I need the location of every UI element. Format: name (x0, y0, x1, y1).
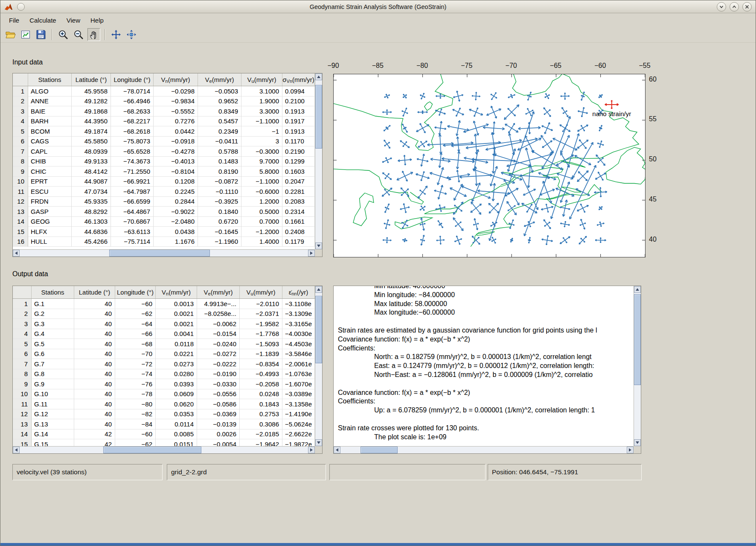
cell[interactable]: CAPL (28, 146, 72, 157)
cell[interactable]: −71.2550 (111, 166, 154, 177)
cell[interactable]: −3.5846e (282, 349, 315, 359)
cell[interactable]: G.14 (32, 429, 74, 440)
cell[interactable]: −0.4993 (240, 369, 282, 380)
cell[interactable]: 5.8000 (241, 166, 282, 177)
cell[interactable]: −1.6070e (282, 379, 315, 389)
cell[interactable]: 40 (74, 399, 115, 409)
cell[interactable]: FRDN (28, 197, 72, 207)
table-row[interactable]: 1ALGO45.9558−78.0714−0.0298−0.05033.1000… (13, 86, 315, 96)
input-table-hscrollbar[interactable] (13, 249, 315, 257)
cell[interactable]: −1.2000 (241, 227, 282, 237)
cell[interactable]: −2.0480 (154, 217, 198, 227)
cell[interactable]: −2.0371 (240, 309, 282, 319)
cell[interactable]: −75.8073 (111, 137, 154, 147)
cell[interactable]: 0.0021 (156, 319, 197, 329)
cell[interactable]: −0.0872 (198, 177, 241, 187)
cell[interactable]: 1.2000 (241, 197, 282, 207)
cell[interactable]: 40 (74, 409, 115, 420)
cell[interactable]: 45.4266 (72, 237, 111, 247)
cell[interactable]: 3.1000 (241, 86, 282, 96)
cell[interactable]: −64.4867 (111, 207, 154, 217)
cell[interactable]: 42 (74, 439, 115, 446)
cell[interactable]: −1.7768 (240, 329, 282, 339)
cell[interactable]: −66.9921 (111, 177, 154, 187)
cell[interactable]: 0.1170 (282, 137, 315, 147)
table-row[interactable]: 12G.1240−820.0353−0.03690.2753−1.4190e (13, 409, 315, 420)
scroll-thumb[interactable] (634, 294, 641, 385)
table-row[interactable]: 8CHIB49.9133−74.3673−0.40130.14839.70000… (13, 157, 315, 167)
cell[interactable]: 0.6720 (198, 217, 241, 227)
cell[interactable]: 40 (74, 359, 115, 369)
cell[interactable]: 0.0021 (156, 309, 197, 319)
scroll-left-button[interactable] (13, 447, 20, 453)
cell[interactable]: 0.0221 (156, 349, 197, 359)
cell[interactable]: 46.1303 (72, 217, 111, 227)
cell[interactable]: −74.3673 (111, 157, 154, 167)
table-row[interactable]: 3BAIE49.1868−68.2633−0.55520.83493.30000… (13, 106, 315, 117)
cell[interactable]: 1.1676 (154, 237, 198, 247)
cell[interactable]: 0.1843 (240, 399, 282, 409)
cell[interactable]: G.1 (32, 299, 74, 309)
cell[interactable]: 45.5850 (72, 137, 111, 147)
cell[interactable]: −70 (115, 349, 156, 359)
strain-map[interactable]: nano strain/yr (334, 74, 645, 257)
cell[interactable]: G.4 (32, 329, 74, 339)
cell[interactable]: 49.9133 (72, 157, 111, 167)
cell[interactable]: −68 (115, 339, 156, 349)
cell[interactable]: 44.6836 (72, 227, 111, 237)
table-row[interactable]: 6G.640−700.0221−0.0272−1.1839−3.5846e (13, 349, 315, 359)
cell[interactable]: 0.7000 (241, 217, 282, 227)
table-row[interactable]: 12FRDN45.9335−66.65990.2844−0.39251.2000… (13, 197, 315, 207)
cell[interactable]: 47.0734 (72, 187, 111, 197)
table-row[interactable]: 10G.1040−780.0609−0.05560.0248−3.0389e (13, 389, 315, 400)
cell[interactable]: G.3 (32, 319, 74, 329)
cell[interactable]: 0.2100 (282, 96, 315, 107)
cell[interactable]: G.10 (32, 389, 74, 400)
cell[interactable]: BAIE (28, 106, 72, 117)
cell[interactable]: 48.4142 (72, 166, 111, 177)
cell[interactable]: −3.1358e (282, 399, 315, 409)
cell[interactable]: −63.6113 (111, 227, 154, 237)
cell[interactable]: ALGO (28, 86, 72, 96)
cell[interactable]: CHIC (28, 166, 72, 177)
cell[interactable]: −66.4946 (111, 96, 154, 107)
cell[interactable]: GASP (28, 207, 72, 217)
cell[interactable]: −1 (241, 126, 282, 137)
cell[interactable]: −0.0411 (198, 137, 241, 147)
scroll-track[interactable] (315, 293, 322, 439)
cell[interactable]: G.8 (32, 369, 74, 380)
cell[interactable]: −3.1309e (282, 309, 315, 319)
scroll-thumb[interactable] (361, 447, 398, 453)
cell[interactable]: −0.0190 (197, 369, 240, 380)
table-row[interactable]: 7G.740−720.0273−0.0222−0.8354−2.0061e (13, 359, 315, 369)
cell[interactable]: 0.5457 (198, 117, 241, 127)
log-hscrollbar[interactable] (334, 446, 634, 453)
table-row[interactable]: 6CAGS45.5850−75.8073−0.0918−0.041130.117… (13, 137, 315, 147)
table-row[interactable]: 3G.340−640.0021−0.0062−1.9582−3.3165e (13, 319, 315, 329)
cell[interactable]: −1.1839 (240, 349, 282, 359)
cell[interactable]: 40 (74, 349, 115, 359)
cell[interactable]: 1.4000 (241, 237, 282, 247)
cell[interactable]: −1.1960 (198, 237, 241, 247)
cell[interactable]: −0.9834 (154, 96, 198, 107)
cell[interactable]: 0.0085 (156, 429, 197, 440)
menu-file[interactable]: File (4, 15, 24, 26)
scroll-left-button[interactable] (334, 447, 340, 453)
cell[interactable]: 0.0393 (156, 379, 197, 389)
scroll-track[interactable] (340, 447, 627, 453)
menu-calculate[interactable]: Calculate (24, 15, 61, 26)
table-row[interactable]: 14G.1442−600.00850.0026−2.0185−2.6622e (13, 429, 315, 440)
cell[interactable]: 4.9913e−... (197, 299, 240, 309)
cell[interactable]: −3.1108e (282, 299, 315, 309)
cell[interactable]: 0.5788 (198, 146, 241, 157)
open-icon[interactable] (4, 28, 17, 41)
cell[interactable]: 0.0442 (154, 126, 198, 137)
cell[interactable]: −8.0258e... (197, 309, 240, 319)
cell[interactable]: 40 (74, 329, 115, 339)
scroll-down-button[interactable] (315, 439, 322, 446)
cell[interactable]: BCOM (28, 126, 72, 137)
save-icon[interactable] (35, 28, 47, 41)
cell[interactable]: −0.0369 (197, 409, 240, 420)
cell[interactable]: −2.0110 (240, 299, 282, 309)
cell[interactable]: −60 (115, 299, 156, 309)
